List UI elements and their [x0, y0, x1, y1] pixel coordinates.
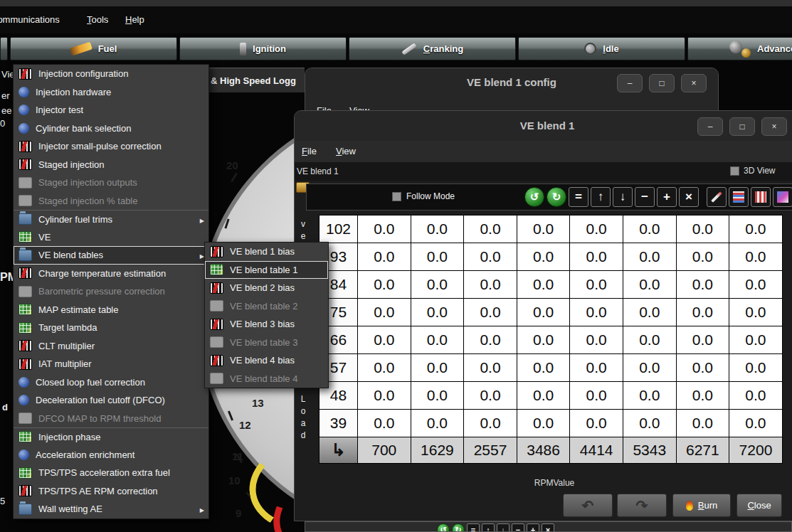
table-cell[interactable]: 0.0	[357, 298, 411, 326]
menu-item[interactable]: Charge temperature estimation	[14, 265, 208, 283]
table-cell[interactable]: 0.0	[623, 326, 677, 354]
minimize-button[interactable]: –	[617, 74, 643, 92]
menu-item[interactable]: VE blend 1 bias	[205, 243, 328, 261]
table-cell[interactable]: 0.0	[623, 409, 677, 437]
table-cell[interactable]: 0.0	[517, 326, 571, 354]
menu-item[interactable]: Staged injection	[14, 156, 208, 174]
tab-idle[interactable]: Idle	[518, 37, 685, 60]
table-cell[interactable]: 0.0	[729, 353, 783, 382]
menu-item[interactable]: Injector small-pulse correction	[14, 137, 208, 156]
set-equal-icon[interactable]: =	[569, 187, 588, 207]
table-cell[interactable]: 0.0	[463, 409, 517, 437]
menu-item[interactable]: Cylinder bank selection	[14, 119, 208, 138]
interpolate-vertical-icon[interactable]: ↻	[547, 187, 566, 207]
table-cell[interactable]: 0.0	[676, 381, 730, 410]
menu-communications[interactable]: Communications	[0, 14, 60, 25]
follow-mode-checkbox[interactable]	[392, 192, 401, 201]
table-cell[interactable]: 0.0	[463, 215, 517, 243]
table-cell[interactable]: 0.0	[463, 298, 517, 326]
menu-item[interactable]: TPS/TPS acceleration extra fuel	[14, 464, 208, 482]
tab-fuel[interactable]: Fuel	[10, 37, 177, 60]
table-cell[interactable]: 0.0	[569, 353, 623, 382]
table-cell[interactable]: 0.0	[729, 298, 783, 326]
table-cell[interactable]: 0.0	[729, 381, 783, 410]
table-cell[interactable]: 0.0	[623, 243, 677, 271]
table-cell[interactable]: 0.0	[357, 243, 411, 271]
table-cell[interactable]: 0.0	[569, 243, 623, 271]
table-cell[interactable]: 0.0	[411, 353, 465, 382]
menu-item[interactable]: Injector test	[14, 101, 208, 119]
table-cell[interactable]: 0.0	[729, 215, 783, 243]
menu-item[interactable]: Acceleration enrichment	[14, 446, 208, 464]
table-cell[interactable]: 0.0	[569, 409, 623, 437]
menu-file[interactable]: File	[302, 146, 317, 156]
table-cell[interactable]: 0.0	[517, 298, 571, 326]
tab-ignition[interactable]: Ignition	[179, 37, 347, 60]
menu-item[interactable]: Injection hardware	[14, 83, 208, 102]
table-cell[interactable]: 0.0	[463, 353, 517, 382]
table-cell[interactable]: 0.0	[357, 326, 411, 354]
close-button[interactable]: ×	[681, 74, 707, 92]
menu-tools[interactable]: Tools	[87, 14, 108, 25]
interpolate-vertical-icon[interactable]: ↻	[452, 523, 465, 532]
menu-item[interactable]: Wall wetting AE	[14, 500, 208, 518]
table-cell[interactable]: 0.0	[676, 270, 730, 299]
menu-item[interactable]: Target lambda	[14, 319, 208, 337]
table-cell[interactable]: 0.0	[357, 409, 411, 437]
table-cell[interactable]: 0.0	[463, 270, 517, 299]
table-cell[interactable]: 0.0	[411, 409, 465, 437]
menu-item[interactable]: TPS/TPS AE RPM correction	[14, 482, 208, 501]
clear-icon[interactable]: ×	[679, 187, 699, 207]
x-axis-cell[interactable]: 3486	[517, 437, 571, 464]
table-cell[interactable]: 0.0	[676, 298, 730, 326]
menu-item[interactable]: Closed loop fuel correction	[14, 373, 208, 392]
minimize-button[interactable]: –	[697, 117, 723, 136]
x-axis-cell[interactable]: 2557	[463, 437, 517, 464]
logger-window-titlebar[interactable]: & High Speed Logg	[208, 68, 305, 92]
menu-item[interactable]: VE blend table 3	[205, 334, 328, 352]
decrement-icon[interactable]: ↓	[613, 187, 633, 207]
table-cell[interactable]: 0.0	[517, 270, 571, 299]
table-cell[interactable]: 0.0	[729, 243, 783, 271]
table-cell[interactable]: 0.0	[463, 326, 517, 354]
table-cell[interactable]: 0.0	[517, 215, 571, 243]
burn-button[interactable]: Burn	[672, 494, 731, 517]
table-cell[interactable]: 0.0	[676, 326, 730, 354]
menu-item[interactable]: Deceleration fuel cutoff (DFCO)	[14, 391, 208, 410]
table-cell[interactable]: 0.0	[676, 215, 730, 243]
x-axis-cell[interactable]: 1629	[411, 437, 465, 464]
menu-item[interactable]: Injection phase	[14, 427, 208, 446]
table-cell[interactable]: 0.0	[676, 353, 730, 382]
table-cell[interactable]: 0.0	[569, 298, 623, 326]
window-titlebar[interactable]: VE blend 1 – □ ×	[295, 111, 792, 141]
close-button[interactable]: ×	[761, 117, 787, 136]
set-equal-icon[interactable]: =	[467, 523, 480, 532]
table-cell[interactable]: 0.0	[623, 215, 677, 243]
y-axis-cell[interactable]: 102	[319, 215, 358, 243]
table-cell[interactable]: 0.0	[517, 353, 571, 382]
menu-view[interactable]: View	[336, 146, 356, 156]
menu-item[interactable]: VE blend table 4	[205, 370, 328, 388]
x-axis-cell[interactable]: 4414	[569, 437, 623, 464]
menu-item[interactable]: VE blend table 1	[205, 261, 328, 280]
x-axis-cell[interactable]: 6271	[676, 437, 730, 464]
table-cell[interactable]: 0.0	[729, 326, 783, 354]
tab-advanced[interactable]: Advanced	[687, 37, 792, 60]
menu-item[interactable]: VE blend table 2	[205, 297, 328, 316]
table-cell[interactable]: 0.0	[623, 270, 677, 299]
follow-mode-toggle[interactable]: Follow Mode	[392, 191, 455, 201]
x-axis-cell[interactable]: 5343	[623, 437, 677, 464]
menu-item[interactable]: Injection configuration	[14, 65, 208, 83]
table-cell[interactable]: 0.0	[569, 270, 623, 299]
menu-help[interactable]: Help	[125, 14, 144, 25]
maximize-button[interactable]: □	[649, 74, 675, 92]
table-cell[interactable]: 0.0	[411, 326, 465, 354]
table-cell[interactable]: 0.0	[623, 381, 677, 410]
table-cell[interactable]: 0.0	[517, 409, 571, 437]
menu-item[interactable]: VE blend 3 bias	[205, 315, 328, 334]
menu-item[interactable]: Barometric pressure correction	[14, 282, 208, 301]
table-cell[interactable]: 0.0	[729, 270, 783, 299]
tab-cranking[interactable]: Cranking	[349, 37, 516, 60]
menu-item[interactable]: Cylinder fuel trims	[14, 210, 208, 228]
x-axis-cell[interactable]: 7200	[729, 437, 783, 464]
